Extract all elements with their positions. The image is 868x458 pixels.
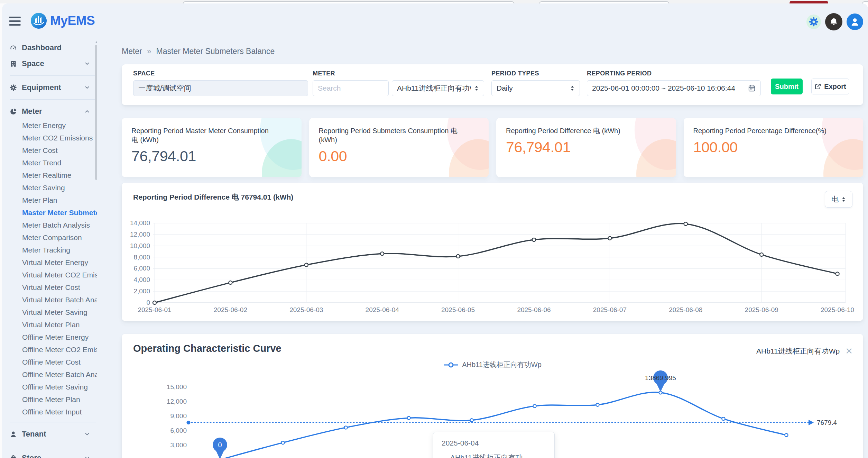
calendar-icon — [748, 84, 756, 92]
reporting-period-label: REPORTING PERIOD — [587, 70, 761, 77]
chart-tooltip: 2025-06-04 AHb11进线柜正向有功Wp 8,625 — [433, 432, 555, 458]
sidebar-subitem-virtual-meter-cost[interactable]: Virtual Meter Cost — [2, 281, 97, 294]
sidebar-subitem-meter-realtime[interactable]: Meter Realtime — [2, 169, 97, 182]
stat-card-value: 76,794.01 — [131, 148, 292, 165]
reporting-period-value: 2025-06-01 00:00:00 ~ 2025-06-10 16:06:4… — [592, 84, 745, 92]
sidebar-subitem-offline-meter-saving[interactable]: Offline Meter Saving — [2, 381, 97, 393]
sidebar-subitem-meter-trend[interactable]: Meter Trend — [2, 157, 97, 169]
sidebar-scroll-up-arrow[interactable] — [95, 40, 97, 43]
sidebar-subitem-virtual-meter-saving[interactable]: Virtual Meter Saving — [2, 306, 97, 319]
difference-chart-card: Reporting Period Difference 电 76794.01 (… — [122, 183, 863, 321]
sidebar-subitem-virtual-meter-energy[interactable]: Virtual Meter Energy — [2, 256, 97, 269]
settings-gear-icon[interactable] — [806, 15, 821, 29]
space-input[interactable] — [138, 84, 303, 92]
sidebar-item-dashboard[interactable]: Dashboard — [2, 40, 97, 56]
export-icon — [814, 83, 821, 90]
reporting-period-input[interactable]: 2025-06-01 00:00:00 ~ 2025-06-10 16:06:4… — [587, 80, 761, 96]
sidebar-subitem-offline-meter-input[interactable]: Offline Meter Input — [2, 406, 97, 418]
sidebar-item-tenant[interactable]: Tenant — [2, 426, 97, 442]
sidebar-subitem-offline-meter-co2-emissions[interactable]: Offline Meter CO2 Emissions — [2, 344, 97, 356]
svg-text:4,000: 4,000 — [133, 276, 150, 283]
sidebar-scrollbar[interactable] — [95, 45, 97, 180]
bag-icon — [10, 455, 17, 458]
brand-name: MyEMS — [50, 13, 95, 28]
sidebar-subitem-meter-co2-emissions[interactable]: Meter CO2 Emissions — [2, 132, 97, 144]
svg-text:2025-06-08: 2025-06-08 — [669, 306, 702, 313]
sidebar-subitem-offline-meter-plan[interactable]: Offline Meter Plan — [2, 393, 97, 406]
space-label: SPACE — [133, 70, 308, 77]
sidebar-subitem-offline-meter-cost[interactable]: Offline Meter Cost — [2, 356, 97, 368]
svg-text:9,000: 9,000 — [170, 412, 187, 420]
export-label: Export — [824, 83, 846, 91]
svg-text:14,000: 14,000 — [130, 219, 150, 227]
notification-bell-icon[interactable] — [825, 13, 842, 30]
sidebar-divider — [10, 99, 96, 100]
stat-card-row: Reporting Period Master Meter Consumptio… — [122, 118, 863, 177]
sidebar-item-label: Space — [22, 59, 79, 68]
gear-icon — [10, 84, 17, 91]
submit-button[interactable]: Submit — [771, 79, 803, 94]
user-avatar-icon[interactable] — [847, 13, 863, 30]
period-types-select[interactable]: Daily — [491, 80, 580, 96]
select-arrows-icon — [474, 85, 479, 91]
stat-card-title: Reporting Period Submeters Consumption 电… — [319, 126, 460, 144]
sidebar-subitem-meter-tracking[interactable]: Meter Tracking — [2, 244, 97, 256]
filter-panel: SPACE METER AHb11进线柜正向有功Wp PERIOD TYPES … — [122, 64, 863, 105]
brand-logo[interactable]: MyEMS — [30, 12, 95, 29]
period-types-label: PERIOD TYPES — [491, 70, 580, 77]
sidebar-divider — [10, 422, 96, 422]
meter-search-input[interactable] — [318, 84, 384, 92]
sidebar-subitem-meter-cost[interactable]: Meter Cost — [2, 144, 97, 157]
sidebar-subitem-meter-plan[interactable]: Meter Plan — [2, 194, 97, 207]
sidebar-item-label: Equipment — [22, 83, 79, 92]
sidebar-item-meter[interactable]: Meter — [2, 103, 97, 119]
chevron-down-icon — [84, 84, 90, 91]
sidebar-subitem-virtual-meter-batch-analysis[interactable]: Virtual Meter Batch Analysis — [2, 294, 97, 306]
svg-text:13869.995: 13869.995 — [645, 374, 676, 382]
sidebar-subitem-master-meter-submeters-balance[interactable]: Master Meter Submeters Balance — [2, 207, 97, 219]
sidebar-subitem-meter-comparison[interactable]: Meter Comparison — [2, 231, 97, 244]
stat-card-reporting-period-difference-kwh: Reporting Period Difference 电 (kWh)76,79… — [496, 118, 676, 177]
sidebar-subitem-virtual-meter-plan[interactable]: Virtual Meter Plan — [2, 319, 97, 331]
sidebar-item-label: Store — [22, 454, 79, 458]
svg-text:7679.4: 7679.4 — [817, 419, 837, 426]
pie-icon — [10, 108, 17, 115]
sidebar-subitem-offline-meter-batch-analysis[interactable]: Offline Meter Batch Analysis — [2, 368, 97, 381]
stat-card-reporting-period-percentage-difference: Reporting Period Percentage Difference(%… — [684, 118, 864, 177]
stat-card-reporting-period-master-meter-consumptio: Reporting Period Master Meter Consumptio… — [122, 118, 302, 177]
sidebar-subitem-virtual-meter-co2-emissions[interactable]: Virtual Meter CO2 Emissions — [2, 269, 97, 281]
sidebar-item-store[interactable]: Store — [2, 450, 97, 458]
sidebar-subitem-offline-meter-energy[interactable]: Offline Meter Energy — [2, 331, 97, 344]
svg-text:2025-06-07: 2025-06-07 — [593, 306, 627, 313]
sidebar-divider — [10, 446, 96, 446]
sidebar-item-equipment[interactable]: Equipment — [2, 80, 97, 95]
stat-card-title: Reporting Period Difference 电 (kWh) — [506, 126, 647, 135]
chevron-down-icon — [84, 61, 90, 67]
sidebar-subitem-meter-batch-analysis[interactable]: Meter Batch Analysis — [2, 219, 97, 231]
sidebar-item-label: Tenant — [22, 430, 79, 439]
stat-card-title: Reporting Period Percentage Difference(%… — [693, 126, 834, 135]
menu-icon[interactable] — [9, 17, 21, 26]
gauge-icon — [10, 44, 17, 52]
breadcrumb-separator: » — [147, 47, 151, 56]
tooltip-date: 2025-06-04 — [442, 439, 546, 447]
svg-text:2025-06-06: 2025-06-06 — [517, 306, 551, 313]
sidebar-item-label: Dashboard — [22, 43, 90, 52]
svg-text:15,000: 15,000 — [167, 383, 187, 391]
svg-text:12,000: 12,000 — [130, 231, 150, 238]
period-types-value: Daily — [497, 84, 566, 92]
svg-text:2025-06-03: 2025-06-03 — [289, 306, 323, 313]
breadcrumb-parent[interactable]: Meter — [122, 47, 142, 56]
export-button[interactable]: Export — [811, 79, 849, 94]
sidebar: DashboardSpaceEquipmentMeterMeter Energy… — [2, 40, 97, 458]
svg-text:0: 0 — [146, 299, 150, 306]
svg-text:2025-06-04: 2025-06-04 — [366, 306, 399, 313]
select-arrows-icon — [570, 85, 575, 91]
sidebar-item-space[interactable]: Space — [2, 56, 97, 72]
meter-select[interactable]: AHb11进线柜正向有功Wp — [392, 80, 484, 96]
sidebar-subitem-meter-energy[interactable]: Meter Energy — [2, 119, 97, 132]
svg-text:8,000: 8,000 — [133, 254, 150, 261]
svg-text:2025-06-01: 2025-06-01 — [138, 306, 171, 313]
stat-card-value: 100.00 — [693, 139, 854, 156]
sidebar-subitem-meter-saving[interactable]: Meter Saving — [2, 182, 97, 194]
